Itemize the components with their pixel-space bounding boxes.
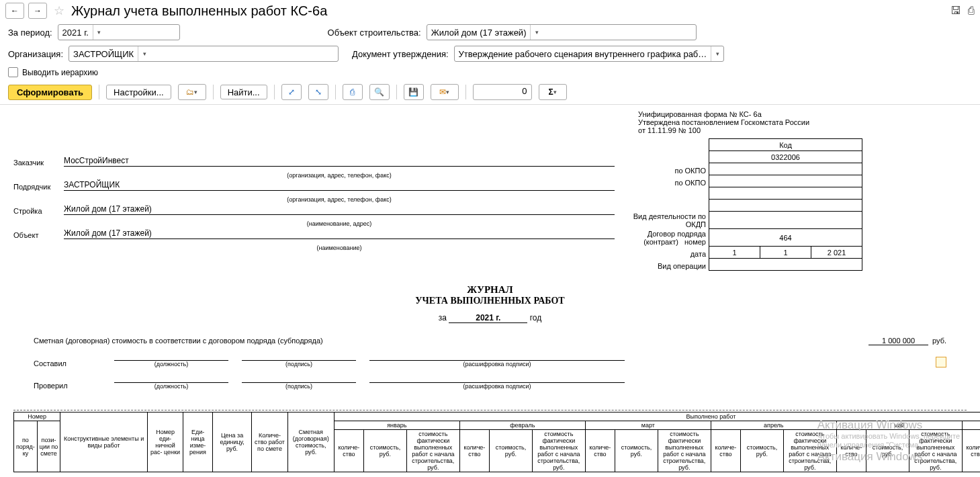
chevron-down-icon: ▾ [93,25,105,40]
org-label: Организация: [8,49,63,59]
chevron-down-icon: ▾ [138,46,150,61]
preview-button[interactable]: 🔍 [369,84,390,100]
codes-table: Код 0322006 по ОКПО по ОКПО Вид деятельн… [618,138,862,271]
contractor-label: Подрядчик [13,183,64,191]
contractor-value: ЗАСТРОЙЩИК [64,180,615,191]
favorite-star-icon[interactable]: ☆ [51,3,67,18]
journal-title-2: УЧЕТА ВЫПОЛНЕННЫХ РАБОТ [13,296,967,306]
form-note-1: Унифицированная форма № КС- 6а [638,110,967,118]
cost-value: 1 000 000 [868,337,928,345]
chevron-down-icon: ▾ [711,46,723,61]
period-select[interactable]: 2021 г. ▾ [58,24,180,40]
object-select[interactable]: Жилой дом (17 этажей) ▾ [427,24,697,40]
variants-button[interactable]: 🗂▾ [178,84,206,100]
object-info-value: Жилой дом (17 этажей) [64,228,615,239]
search-page-icon: 🔍 [374,87,384,97]
find-button[interactable]: Найти... [220,85,267,99]
sum-button[interactable]: Σ▾ [539,84,567,100]
compiled-label: Составил [34,359,101,367]
print-icon[interactable]: ⎙ [968,5,975,17]
generate-button[interactable]: Сформировать [8,85,92,100]
nav-back-button[interactable]: ← [5,3,24,19]
expand-icon: ⤢ [288,87,295,97]
save-icon[interactable]: 🖫 [950,5,961,17]
docappr-select[interactable]: Утверждение рабочего сценария внутреннег… [454,46,724,62]
hierarchy-checkbox[interactable] [8,67,18,77]
floppy-icon: 💾 [408,87,418,97]
site-label: Стройка [13,207,64,215]
envelope-icon: ✉ [439,87,446,97]
customer-value: МосСтройИнвест [64,156,615,167]
print-button[interactable]: ⎙ [343,84,363,100]
page-title: Журнал учета выполненных работ КС-6а [71,3,327,19]
chevron-down-icon: ▾ [194,89,197,95]
printer-icon: ⎙ [350,87,355,97]
docappr-label: Документ утверждения: [352,49,449,59]
collapse-button[interactable]: ⤡ [308,84,328,100]
form-note-2: Утверждена постановлением Госкомстата Ро… [638,118,967,126]
period-label: За период: [8,28,52,38]
journal-title-1: ЖУРНАЛ [13,284,967,296]
save-button[interactable]: 💾 [404,84,424,100]
chevron-down-icon: ▾ [530,25,543,40]
checked-label: Проверил [34,382,101,390]
hierarchy-label: Выводить иерархию [22,68,98,77]
selection-marker [936,357,946,367]
cost-label: Сметная (договорная) стоимость в соответ… [34,337,323,345]
chevron-down-icon: ▾ [446,89,449,95]
org-select[interactable]: ЗАСТРОЙЩИК ▾ [69,46,339,62]
nav-forward-button[interactable]: → [28,3,47,19]
settings-button[interactable]: Настройки... [106,85,171,99]
form-note-3: от 11.11.99 № 100 [638,126,967,134]
send-button[interactable]: ✉▾ [431,84,459,100]
arrow-right-icon: → [34,6,42,15]
sigma-icon: Σ [548,87,553,97]
journal-year: за 2021 г. год [13,313,967,323]
customer-label: Заказчик [13,159,64,167]
site-value: Жилой дом (17 этажей) [64,204,615,215]
collapse-icon: ⤡ [315,87,322,97]
arrow-left-icon: ← [11,6,19,15]
object-info-label: Объект [13,231,64,239]
folder-icon: 🗂 [186,87,194,97]
expand-button[interactable]: ⤢ [281,84,302,100]
main-table: Номер Конструктивные элементы и виды раб… [13,412,980,472]
report-area: ЗаказчикМосСтройИнвест (организация, адр… [0,105,980,472]
page-number-input[interactable]: 0 [473,84,532,100]
chevron-down-icon: ▾ [553,89,557,95]
object-label: Объект строительства: [328,28,421,38]
